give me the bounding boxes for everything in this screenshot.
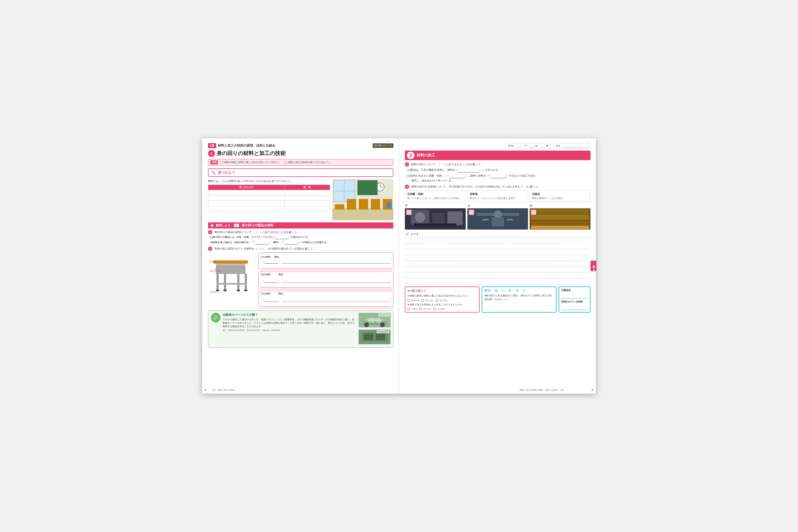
footer-left: 1章 材料と加工の技術 xyxy=(212,388,234,392)
tech-b-desc: 曲げたり，たたいたりして形を変える加工。 xyxy=(470,197,526,200)
organize-label: 整理しよう xyxy=(216,224,230,227)
question-block-1: 1 身の回りの製品の材料について，（ ）にあてはまることばを書こう。 (1)身の… xyxy=(208,230,394,244)
review-box: ↩ 振り返ろう 材料の特性と材料に適した加工方法が分かりましたか。 分かった だ… xyxy=(405,286,480,312)
svg-rect-66 xyxy=(531,214,589,220)
review-title: 振り返ろう xyxy=(412,289,426,293)
note-line[interactable] xyxy=(405,243,590,249)
note-title: ノート xyxy=(410,232,419,236)
title-text: 身の回りの材料と加工の技術 xyxy=(216,150,286,157)
check-2-3[interactable] xyxy=(434,308,436,310)
svg-rect-62 xyxy=(482,219,489,221)
svg-point-42 xyxy=(368,318,376,323)
fact-text: スギから抽出した成分から作った「改質リグニン」という新素材を，ガラス繊維強化プラ… xyxy=(223,318,357,328)
note-line[interactable] xyxy=(405,255,590,261)
find-table-header-1: 見つけたもの xyxy=(208,185,285,190)
processing-q2: 2 材料を加工する技術について，下の写真がⒶ〜Ⓒの，どの加工の技術を使しているか… xyxy=(405,185,590,230)
pq2-title: 材料を加工する技術について，下の写真がⒶ〜Ⓒの，どの加工の技術を使しているかを考… xyxy=(411,185,540,189)
review-item-2: 材料と加工の技術をまとめることができましたか。 xyxy=(407,303,477,307)
find-content: 教室には，どんな材料を使って作られたものがあるか見つけてみよう。 見つけたもの … xyxy=(208,179,394,220)
note-line[interactable] xyxy=(405,267,590,273)
q1-num: 1 xyxy=(208,230,212,234)
tech-b-title: Ⓑ変形 xyxy=(470,192,526,196)
table-row xyxy=(208,201,330,206)
check-2-1[interactable] xyxy=(407,308,410,310)
organize-header: 📋 整理しよう 1 身の回りの製品の材料 xyxy=(208,222,394,228)
q1-1: (1)身の回りの製品には，木材，金属，プラスチックなどの（）が使われている。 xyxy=(210,235,394,239)
q1-2: (2)材料を選ぶ場合は，強度や耐久性，（①），費用，（②）への負荷などを考慮する… xyxy=(210,240,394,244)
answer-square-i[interactable] xyxy=(469,209,474,215)
extra-label-1: ①製品名 xyxy=(561,289,588,292)
svg-rect-25 xyxy=(224,274,226,290)
check-1-2[interactable] xyxy=(422,299,424,302)
q2-title: 学校の机に使用されている材料を（ ）に，その材料が使われている理由も書こう。 xyxy=(214,247,316,251)
magnifier-icon: 🔍 xyxy=(211,171,216,175)
table-row xyxy=(208,206,330,211)
check-1-3[interactable] xyxy=(436,299,438,302)
table-row xyxy=(208,195,330,201)
svg-rect-67 xyxy=(531,221,589,226)
note-line[interactable] xyxy=(405,273,590,279)
svg-rect-9 xyxy=(358,180,377,195)
svg-rect-24 xyxy=(216,274,218,290)
goal-checkbox-2[interactable] xyxy=(284,161,287,164)
find-table: 見つけたもの 材 料 xyxy=(208,185,330,211)
num-label: 番 xyxy=(546,145,548,147)
note-line[interactable] xyxy=(405,261,590,267)
goal-checkbox-1[interactable] xyxy=(221,161,223,164)
material-card-b: Ⓑの材料 理由 （②） xyxy=(259,271,394,289)
answer-square-a[interactable] xyxy=(406,209,412,215)
tech-c-title: Ⓒ接合 xyxy=(532,192,588,196)
tech-cards: Ⓐ切断・切削 切ったり削ったりして，目的の大きさにする加工。 Ⓑ変形 曲げたり，… xyxy=(405,190,590,202)
apply-box: 学び を い か そ う ■身の回りにある製品を1つ選び，使われている材料と加工… xyxy=(482,286,556,312)
svg-point-46 xyxy=(365,324,367,326)
layers-icon: 📋 xyxy=(210,224,214,227)
note-line[interactable] xyxy=(405,249,590,255)
table-row xyxy=(208,190,330,195)
answer-square-u[interactable] xyxy=(531,209,536,215)
q2-num: 2 xyxy=(208,247,212,251)
svg-rect-27 xyxy=(245,274,247,290)
check-1-1[interactable] xyxy=(407,299,410,302)
fact-badge: なるほど！ xyxy=(211,313,221,322)
find-table-header-2: 材 料 xyxy=(284,185,330,190)
svg-rect-55 xyxy=(448,211,462,225)
extra-box: ①製品名 ②使われている技術 xyxy=(558,286,590,312)
card-a-label: Ⓐの材料 xyxy=(261,255,270,258)
pq1-content: (1)製品は，工具や機器を使用し，材料を（）して作られる。 (2)目的の大きさに… xyxy=(405,168,590,183)
svg-rect-31 xyxy=(237,290,240,291)
extra-label-2: ②使われている技術 xyxy=(561,300,588,304)
svg-point-56 xyxy=(416,213,424,222)
tech-card-c: Ⓒ接合 材料と材料をくっつける加工。 xyxy=(530,190,590,202)
check-2-2[interactable] xyxy=(419,308,422,310)
side-tab: 材料と加工 xyxy=(590,261,596,271)
fact-credit: 協力：産業技術総合研究所，森林総合研究所，宮城化成，光岡自動車 xyxy=(223,329,357,332)
study-date-box: 学習日 / 年 組 番 xyxy=(506,143,551,148)
tech-a-desc: 切ったり削ったりして，目的の大きさにする加工。 xyxy=(407,197,463,200)
section2-num: 2 xyxy=(407,152,414,159)
svg-rect-28 xyxy=(216,283,247,285)
fact-images: ボンネット アームレスト xyxy=(359,313,391,345)
year-label: 年 xyxy=(525,145,527,147)
fact-box: なるほど！ 自動車のパーツがスギ製？ スギから抽出した成分から作った「改質リグニ… xyxy=(208,310,394,348)
classroom-photo xyxy=(332,179,394,220)
note-line[interactable] xyxy=(405,238,590,243)
svg-rect-20 xyxy=(387,203,392,208)
svg-rect-15 xyxy=(335,204,344,210)
svg-rect-65 xyxy=(531,208,589,214)
note-line[interactable] xyxy=(405,279,590,284)
desk-section: Ⓐ天板 Ⓑ物入れや脚 Ⓒ脚のキャップ xyxy=(208,252,394,308)
photo-box-a xyxy=(405,208,466,230)
apply-text: ■身の回りにある製品を1つ選び，使われている材料と加工の技術を調べてみましょう。 xyxy=(484,294,554,301)
car-image-1: ボンネット xyxy=(359,313,391,328)
pq1-title: 材料の加工について，（ ）にあてはまることばを書こう。 xyxy=(411,163,483,166)
textbook-ref: 教科書 P.20〜21 xyxy=(373,144,394,148)
note-icon: 📝 xyxy=(405,232,409,236)
material-card-c: Ⓒの材料 理由 （③） xyxy=(259,291,394,308)
tech-card-b: Ⓑ変形 曲げたり，たたいたりして形を変える加工。 xyxy=(467,190,528,202)
class-label: 組 xyxy=(535,145,537,147)
pq1-num: 1 xyxy=(405,162,409,167)
note-section: 📝 ノート xyxy=(405,232,590,284)
title-number: 1 xyxy=(208,150,215,157)
svg-rect-30 xyxy=(224,290,227,291)
svg-rect-32 xyxy=(244,290,247,291)
